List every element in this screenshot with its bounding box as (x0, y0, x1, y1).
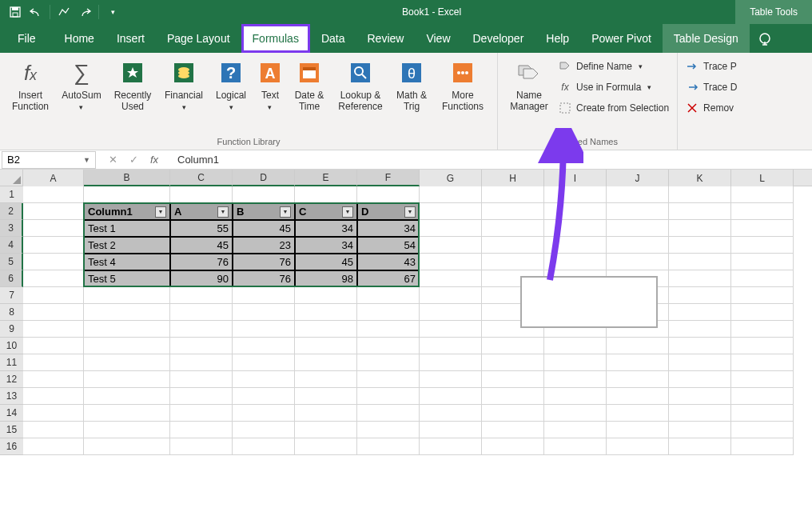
cell[interactable] (84, 338, 170, 354)
column-header[interactable]: A (23, 170, 84, 186)
cell[interactable] (170, 338, 233, 354)
filter-button[interactable]: ▼ (217, 206, 229, 218)
cell[interactable] (669, 321, 731, 338)
qat-custom-1[interactable] (54, 2, 74, 22)
cell[interactable] (731, 405, 794, 422)
financial-button[interactable]: Financial▾ (158, 56, 209, 135)
use-in-formula-button[interactable]: fx Use in Formula ▾ (559, 78, 669, 96)
cell[interactable] (731, 220, 794, 237)
filter-button[interactable]: ▼ (155, 206, 166, 218)
column-header[interactable]: E (295, 170, 357, 186)
filter-button[interactable]: ▼ (404, 206, 416, 218)
cell[interactable] (544, 338, 607, 354)
name-box[interactable]: B2 ▼ (2, 151, 96, 169)
cell[interactable] (295, 338, 357, 354)
cell[interactable] (233, 371, 295, 388)
row-header[interactable]: 8 (0, 304, 23, 321)
cell[interactable] (357, 304, 420, 321)
tab-data[interactable]: Data (310, 24, 356, 53)
column-header[interactable]: K (669, 170, 731, 186)
column-header[interactable]: C (170, 170, 233, 186)
cell[interactable] (544, 371, 607, 388)
trace-dependents-button[interactable]: Trace D (686, 78, 737, 96)
cell[interactable]: 45 (233, 220, 295, 237)
cell[interactable]: Test 4 (84, 254, 170, 270)
cell[interactable] (23, 388, 84, 405)
trace-precedents-button[interactable]: Trace P (686, 58, 737, 75)
cell[interactable]: 23 (233, 237, 295, 254)
row-header[interactable]: 16 (0, 438, 23, 455)
cell[interactable] (420, 237, 482, 254)
cell[interactable] (420, 405, 482, 422)
cell[interactable] (84, 388, 170, 405)
row-header[interactable]: 11 (0, 354, 23, 371)
cell[interactable] (295, 388, 357, 405)
recently-used-button[interactable]: Recently Used (107, 56, 158, 135)
cell[interactable] (23, 220, 84, 237)
cell[interactable]: B▼ (233, 203, 295, 220)
enter-formula-button[interactable]: ✓ (123, 154, 144, 166)
cell[interactable] (731, 388, 794, 405)
cell[interactable] (84, 422, 170, 438)
cell[interactable] (544, 220, 607, 237)
cell[interactable]: 76 (233, 270, 295, 287)
insert-function-fx-button[interactable]: fx (144, 154, 165, 166)
select-all-button[interactable] (0, 170, 23, 186)
row-header[interactable]: 7 (0, 287, 23, 304)
redo-button[interactable] (74, 2, 95, 22)
column-header[interactable]: J (607, 170, 669, 186)
cell[interactable] (420, 220, 482, 237)
cell[interactable]: 98 (295, 270, 357, 287)
qat-customize[interactable]: ▾ (102, 2, 123, 22)
row-header[interactable]: 4 (0, 237, 23, 254)
cell[interactable] (295, 438, 357, 455)
more-functions-button[interactable]: More Functions (433, 56, 492, 135)
cell[interactable] (23, 186, 84, 203)
cell[interactable] (170, 321, 233, 338)
cell[interactable] (669, 237, 731, 254)
cell[interactable] (23, 371, 84, 388)
cell[interactable] (84, 321, 170, 338)
cell[interactable] (607, 203, 669, 220)
row-header[interactable]: 10 (0, 338, 23, 354)
tab-file[interactable]: File (0, 24, 54, 53)
cell[interactable] (482, 405, 544, 422)
cell[interactable] (295, 186, 357, 203)
cell[interactable] (170, 304, 233, 321)
cell[interactable] (544, 186, 607, 203)
cell[interactable] (731, 287, 794, 304)
cell[interactable] (23, 338, 84, 354)
cell[interactable] (607, 254, 669, 270)
column-header[interactable]: F (357, 170, 420, 186)
insert-function-button[interactable]: fx Insert Function (5, 56, 56, 135)
cell[interactable] (607, 422, 669, 438)
cell[interactable] (357, 287, 420, 304)
cancel-formula-button[interactable]: ✕ (102, 154, 123, 166)
cell[interactable] (233, 338, 295, 354)
tab-formulas[interactable]: Formulas (241, 24, 310, 53)
cell[interactable]: 76 (170, 254, 233, 270)
cell[interactable]: 45 (295, 254, 357, 270)
cell[interactable] (420, 422, 482, 438)
cell[interactable] (84, 405, 170, 422)
cell[interactable] (233, 388, 295, 405)
cell[interactable] (23, 438, 84, 455)
cell[interactable]: 90 (170, 270, 233, 287)
cell[interactable] (295, 321, 357, 338)
row-header[interactable]: 3 (0, 220, 23, 237)
tab-home[interactable]: Home (54, 24, 105, 53)
tell-me-button[interactable] (750, 24, 780, 53)
cell[interactable] (23, 254, 84, 270)
cell[interactable]: 34 (295, 237, 357, 254)
cell[interactable] (170, 438, 233, 455)
cell[interactable] (607, 438, 669, 455)
cell[interactable] (669, 254, 731, 270)
tab-view[interactable]: View (415, 24, 461, 53)
cell[interactable] (170, 354, 233, 371)
cell[interactable] (544, 254, 607, 270)
cell[interactable] (731, 203, 794, 220)
cell[interactable] (233, 405, 295, 422)
remove-arrows-button[interactable]: Remov (686, 99, 737, 117)
cell[interactable] (420, 203, 482, 220)
cell[interactable] (23, 422, 84, 438)
